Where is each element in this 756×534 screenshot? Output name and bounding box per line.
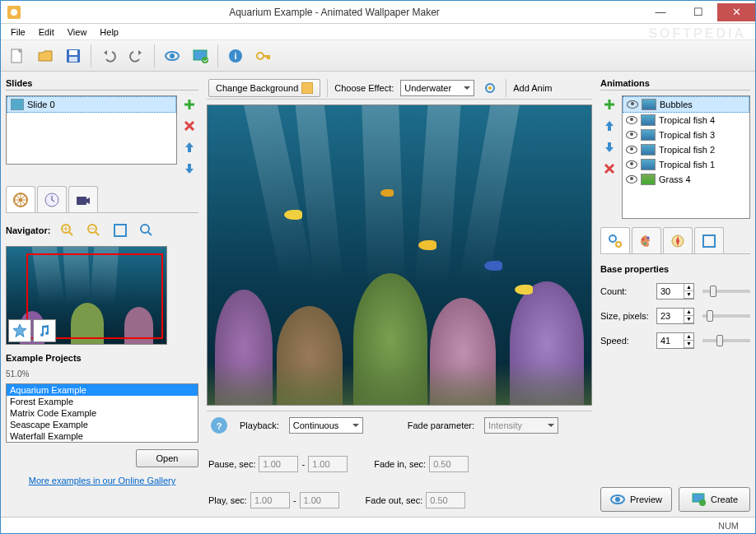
tab-palette[interactable] [632,227,661,253]
zoom-fit-button[interactable] [111,221,129,239]
effect-select[interactable]: Underwater [400,80,474,96]
fadein-label: Fade in, sec: [374,459,426,469]
info-button[interactable]: i [222,43,249,69]
menu-view[interactable]: View [63,26,92,39]
fadeout-input[interactable] [426,492,465,508]
anim-row[interactable]: Tropical fish 4 [623,113,749,128]
gallery-link[interactable]: More examples in our Online Gallery [6,476,198,485]
svg-point-39 [647,236,650,239]
tab-wheel[interactable] [6,186,35,212]
zoom-out-button[interactable] [85,221,103,239]
speed-slider[interactable] [702,339,750,342]
eye-icon[interactable] [626,160,637,169]
anim-thumb [641,174,656,185]
left-tabs [6,186,198,213]
add-anim-button[interactable] [600,95,618,114]
remove-slide-button[interactable] [180,117,198,135]
tab-properties[interactable] [600,227,630,253]
change-background-button[interactable]: Change Background [208,79,320,97]
count-label: Count: [600,286,651,296]
tab-rect[interactable] [694,227,724,253]
anim-down-button[interactable] [600,138,618,156]
remove-anim-button[interactable] [600,160,618,178]
window-title: Aquarium Example - Animated Wallpaper Ma… [27,7,642,18]
open-button[interactable] [32,43,58,69]
list-item[interactable]: Waterfall Example [7,430,198,442]
eye-icon[interactable] [627,100,638,109]
slide-row[interactable]: Slide 0 [7,96,176,113]
navigator-thumbnail[interactable] [6,246,167,345]
list-item[interactable]: Seascape Example [7,419,198,430]
menu-file[interactable]: File [6,26,30,39]
open-example-button[interactable]: Open [136,449,198,467]
size-spinbox[interactable]: 23▲▼ [656,308,694,324]
size-slider[interactable] [702,314,750,318]
svg-point-36 [616,242,621,247]
svg-text:?: ? [217,421,222,431]
add-slide-button[interactable] [180,95,198,114]
pause-from-input[interactable] [259,456,298,472]
zoom-in-button[interactable] [58,221,77,239]
redo-button[interactable] [124,43,150,69]
svg-rect-23 [77,197,86,205]
fade-param-select[interactable]: Intensity [484,417,558,434]
preview-button[interactable]: Preview [600,487,672,512]
animations-list[interactable]: Bubbles Tropical fish 4 Tropical fish 3 … [622,95,750,219]
count-slider[interactable] [702,290,750,293]
anim-row[interactable]: Bubbles [623,96,749,113]
new-button[interactable] [4,43,30,69]
wallpaper-button[interactable] [187,43,213,69]
play-from-input[interactable] [250,492,290,508]
undo-button[interactable] [96,43,122,69]
preview-icon[interactable] [159,43,185,69]
help-button[interactable]: ? [208,415,230,436]
slide-up-button[interactable] [180,138,198,156]
playback-mode-select[interactable]: Continuous [289,417,363,434]
anim-row[interactable]: Grass 4 [623,172,749,187]
tab-clock[interactable] [37,186,67,212]
anim-row[interactable]: Tropical fish 1 [623,157,749,172]
add-anim-label[interactable]: Add Anim [513,83,552,93]
close-button[interactable]: ✕ [717,3,755,21]
fadein-input[interactable] [429,456,469,472]
app-icon [7,6,21,19]
anim-row[interactable]: Tropical fish 3 [623,128,749,142]
minimize-button[interactable]: — [642,3,679,21]
anim-row[interactable]: Tropical fish 2 [623,142,749,157]
pause-label: Pause, sec: [208,459,255,469]
menu-help[interactable]: Help [95,26,124,39]
eye-icon[interactable] [626,131,637,139]
tab-camera[interactable] [68,186,98,212]
play-label: Play, sec: [208,495,247,505]
menu-edit[interactable]: Edit [34,26,59,39]
pause-to-input[interactable] [308,456,348,472]
speed-spinbox[interactable]: 41▲▼ [656,332,694,349]
center-panel: Change Background Choose Effect: Underwa… [203,72,595,517]
play-to-input[interactable] [300,492,339,508]
music-icon[interactable] [33,319,56,342]
create-button[interactable]: Create [679,487,750,512]
effect-settings-button[interactable] [481,79,499,97]
eye-icon[interactable] [626,175,637,183]
maximize-button[interactable]: ☐ [679,3,717,21]
svg-rect-41 [703,235,715,247]
examples-list[interactable]: Aquarium Example Forest Example Matrix C… [6,383,198,443]
slide-down-button[interactable] [180,160,198,178]
count-spinbox[interactable]: 30▲▼ [656,283,694,300]
tab-compass[interactable] [663,227,693,253]
anim-thumb [641,159,656,170]
star-icon[interactable] [8,319,31,342]
canvas[interactable] [207,104,592,406]
eye-icon[interactable] [626,116,637,124]
key-button[interactable] [250,43,277,69]
list-item[interactable]: Aquarium Example [7,384,198,396]
zoom-reset-button[interactable] [138,221,156,239]
list-item[interactable]: Matrix Code Example [7,407,198,419]
save-button[interactable] [60,43,86,69]
eye-icon[interactable] [626,146,637,154]
list-item[interactable]: Forest Example [7,396,198,407]
slides-list[interactable]: Slide 0 [6,95,177,165]
gears-icon [608,234,623,248]
compass-icon [670,234,685,248]
anim-up-button[interactable] [600,117,618,135]
